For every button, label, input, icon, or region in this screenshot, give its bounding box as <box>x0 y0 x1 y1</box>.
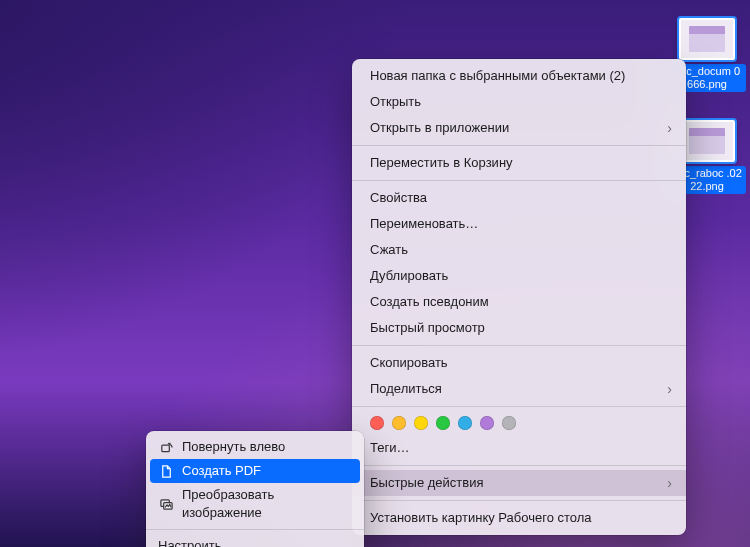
menu-item-label: Открыть <box>370 93 421 111</box>
menu-item-copy[interactable]: Скопировать <box>352 350 686 376</box>
menu-separator <box>352 406 686 407</box>
document-icon <box>158 463 174 479</box>
menu-item-open-with[interactable]: Открыть в приложении › <box>352 115 686 141</box>
menu-separator <box>352 500 686 501</box>
menu-item-label: Теги… <box>370 439 409 457</box>
menu-item-label: Дублировать <box>370 267 448 285</box>
submenu-item-label: Создать PDF <box>182 462 261 480</box>
tag-color-orange[interactable] <box>392 416 406 430</box>
menu-item-open[interactable]: Открыть <box>352 89 686 115</box>
menu-separator <box>352 145 686 146</box>
convert-image-icon <box>158 496 174 512</box>
tag-color-row <box>352 411 686 435</box>
tag-color-gray[interactable] <box>502 416 516 430</box>
menu-item-label: Быстрые действия <box>370 474 483 492</box>
submenu-item-label: Повернуть влево <box>182 438 285 456</box>
svg-rect-0 <box>161 445 169 452</box>
chevron-right-icon: › <box>667 474 672 492</box>
menu-item-label: Создать псевдоним <box>370 293 489 311</box>
chevron-right-icon: › <box>667 380 672 398</box>
menu-item-label: Переименовать… <box>370 215 478 233</box>
submenu-item-convert-image[interactable]: Преобразовать изображение <box>146 483 364 525</box>
menu-separator <box>146 529 364 530</box>
menu-item-new-folder-with-selection[interactable]: Новая папка с выбранными объектами (2) <box>352 63 686 89</box>
submenu-item-label: Преобразовать изображение <box>182 486 352 522</box>
menu-item-label: Быстрый просмотр <box>370 319 485 337</box>
submenu-item-create-pdf[interactable]: Создать PDF <box>150 459 360 483</box>
menu-item-share[interactable]: Поделиться › <box>352 376 686 402</box>
rotate-left-icon <box>158 439 174 455</box>
menu-item-get-info[interactable]: Свойства <box>352 185 686 211</box>
submenu-item-rotate-left[interactable]: Повернуть влево <box>146 435 364 459</box>
file-thumbnail <box>679 120 735 162</box>
tag-color-red[interactable] <box>370 416 384 430</box>
menu-item-label: Сжать <box>370 241 408 259</box>
context-menu: Новая папка с выбранными объектами (2) О… <box>352 59 686 535</box>
menu-item-label: Новая папка с выбранными объектами (2) <box>370 67 625 85</box>
tag-color-purple[interactable] <box>480 416 494 430</box>
menu-item-label: Свойства <box>370 189 427 207</box>
menu-separator <box>352 345 686 346</box>
menu-item-label: Установить картинку Рабочего стола <box>370 509 592 527</box>
menu-item-make-alias[interactable]: Создать псевдоним <box>352 289 686 315</box>
tag-color-yellow[interactable] <box>414 416 428 430</box>
submenu-item-customize[interactable]: Настроить… <box>146 534 364 547</box>
chevron-right-icon: › <box>667 119 672 137</box>
menu-item-set-desktop-picture[interactable]: Установить картинку Рабочего стола <box>352 505 686 531</box>
menu-item-quick-actions[interactable]: Быстрые действия › <box>352 470 686 496</box>
menu-item-label: Переместить в Корзину <box>370 154 513 172</box>
menu-item-move-to-trash[interactable]: Переместить в Корзину <box>352 150 686 176</box>
menu-item-label: Скопировать <box>370 354 448 372</box>
menu-item-label: Открыть в приложении <box>370 119 509 137</box>
quick-actions-submenu: Повернуть влево Создать PDF Преобразоват… <box>146 431 364 547</box>
menu-item-quick-look[interactable]: Быстрый просмотр <box>352 315 686 341</box>
menu-item-rename[interactable]: Переименовать… <box>352 211 686 237</box>
menu-item-tags[interactable]: Теги… <box>352 435 686 461</box>
file-thumbnail <box>679 18 735 60</box>
menu-item-duplicate[interactable]: Дублировать <box>352 263 686 289</box>
menu-item-label: Поделиться <box>370 380 442 398</box>
tag-color-green[interactable] <box>436 416 450 430</box>
menu-separator <box>352 180 686 181</box>
submenu-item-label: Настроить… <box>158 537 235 547</box>
menu-item-compress[interactable]: Сжать <box>352 237 686 263</box>
tag-color-blue[interactable] <box>458 416 472 430</box>
menu-separator <box>352 465 686 466</box>
